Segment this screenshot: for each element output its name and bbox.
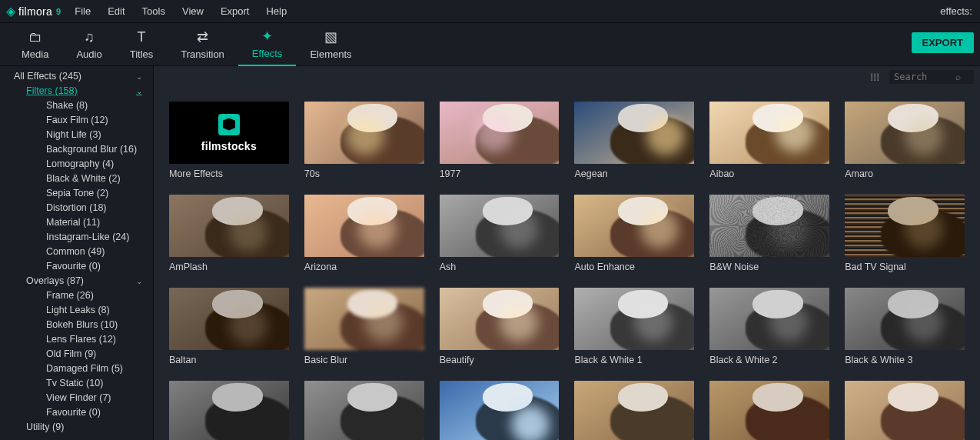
effects-grid: filmstocksMore Effects70s1977AegeanAibao…: [154, 88, 980, 440]
media-icon: 🗀: [28, 29, 42, 45]
menu-item-file[interactable]: File: [75, 5, 91, 17]
effect-card[interactable]: 1977: [440, 102, 560, 179]
sidebar-item-label: Black & White (2): [46, 172, 121, 185]
menu-item-export[interactable]: Export: [221, 5, 250, 17]
effect-card[interactable]: Aegean: [574, 102, 694, 179]
sidebar-item[interactable]: Material (11): [0, 215, 153, 230]
tab-label: Media: [22, 48, 48, 60]
sidebar-item[interactable]: Damaged Film (5): [0, 362, 153, 376]
sidebar-item[interactable]: Instagram-Like (24): [0, 230, 153, 245]
tab-label: Titles: [130, 48, 154, 60]
effect-label: Bad TV Signal: [845, 262, 965, 272]
sidebar-item[interactable]: Lens Flares (12): [0, 332, 153, 347]
sidebar-item[interactable]: Favourite (0): [0, 259, 153, 274]
sidebar-item[interactable]: Frame (26): [0, 288, 153, 303]
sidebar-item-label: Light Leaks (8): [46, 304, 110, 317]
search-input[interactable]: [894, 72, 955, 82]
effect-thumbnail: [574, 288, 694, 350]
effect-thumbnail: [845, 381, 965, 440]
effect-card[interactable]: Auto Enhance: [574, 195, 694, 272]
effect-card[interactable]: [709, 381, 829, 440]
effect-card[interactable]: [574, 381, 694, 440]
search-icon[interactable]: ⌕: [955, 72, 961, 82]
effect-card[interactable]: [304, 381, 424, 440]
titles-icon: T: [137, 29, 145, 45]
sidebar-item[interactable]: Favourite (0): [0, 405, 153, 420]
chevron-down-icon: ⌄: [136, 70, 142, 83]
sidebar-item[interactable]: Background Blur (16): [0, 142, 153, 157]
effect-card[interactable]: 70s: [304, 102, 424, 179]
sidebar-item-label: Utility (9): [26, 421, 64, 434]
menu-item-help[interactable]: Help: [266, 5, 287, 17]
tab-media[interactable]: 🗀Media: [8, 23, 62, 66]
effect-card[interactable]: B&W Noise: [709, 195, 829, 272]
sidebar-item[interactable]: Common (49): [0, 245, 153, 259]
sidebar-item[interactable]: Faux Film (12): [0, 113, 153, 128]
effect-label: Black & White 3: [845, 355, 965, 365]
tab-label: Audio: [76, 48, 101, 60]
effect-thumbnail: [304, 381, 424, 440]
sidebar-item[interactable]: Filters (158)⌄: [0, 84, 153, 98]
effect-label: Baltan: [169, 355, 289, 365]
effect-card[interactable]: Bad TV Signal: [845, 195, 965, 272]
effect-thumbnail: [304, 195, 424, 257]
sidebar-item-label: Favourite (0): [46, 260, 101, 273]
chevron-down-icon: ⌄: [136, 275, 142, 288]
elements-icon: ▧: [324, 28, 337, 45]
effect-card[interactable]: Ash: [440, 195, 560, 272]
sidebar-item[interactable]: All Effects (245)⌄: [0, 69, 153, 84]
effect-card[interactable]: Amaro: [845, 102, 965, 179]
sidebar-item[interactable]: Lomography (4): [0, 157, 153, 172]
effect-thumbnail: [709, 381, 829, 440]
sidebar-item[interactable]: Night Life (3): [0, 128, 153, 142]
effect-card[interactable]: [169, 381, 289, 440]
sidebar-item[interactable]: Bokeh Blurs (10): [0, 318, 153, 332]
tab-titles[interactable]: TTitles: [116, 23, 168, 66]
effect-card[interactable]: Black & White 3: [845, 288, 965, 365]
sidebar-item[interactable]: Black & White (2): [0, 172, 153, 186]
sidebar-item[interactable]: Shake (8): [0, 98, 153, 113]
search-box[interactable]: ⌕: [889, 70, 974, 84]
export-button[interactable]: EXPORT: [912, 32, 974, 53]
effect-label: Basic Blur: [304, 355, 424, 365]
sidebar: All Effects (245)⌄Filters (158)⌄Shake (8…: [0, 66, 154, 440]
sidebar-item[interactable]: Utility (9): [0, 420, 153, 435]
effect-card[interactable]: Black & White 1: [574, 288, 694, 365]
tab-label: Transition: [181, 48, 224, 60]
logo-version: 9: [56, 7, 61, 16]
sidebar-item-label: Frame (26): [46, 289, 94, 302]
effect-card[interactable]: filmstocksMore Effects: [169, 102, 289, 179]
sidebar-item[interactable]: Light Leaks (8): [0, 303, 153, 318]
effect-card[interactable]: AmPlash: [169, 195, 289, 272]
menu-item-tools[interactable]: Tools: [142, 5, 165, 17]
effect-thumbnail: [304, 288, 424, 350]
effect-card[interactable]: Aibao: [709, 102, 829, 179]
effect-card[interactable]: Black & White 2: [709, 288, 829, 365]
effect-label: 70s: [304, 168, 424, 179]
filmstocks-icon: [218, 114, 240, 135]
effect-label: 1977: [440, 168, 560, 179]
effect-card[interactable]: [845, 381, 965, 440]
tab-transition[interactable]: ⇄Transition: [167, 23, 238, 66]
sidebar-item[interactable]: View Finder (7): [0, 391, 153, 405]
effect-card[interactable]: Arizona: [304, 195, 424, 272]
menu-item-edit[interactable]: Edit: [108, 5, 125, 17]
effect-card[interactable]: Beautify: [440, 288, 560, 365]
effect-card[interactable]: Basic Blur: [304, 288, 424, 365]
sidebar-item-label: Night Life (3): [46, 128, 101, 142]
app-logo: ◈ filmora9: [6, 4, 61, 18]
sidebar-item[interactable]: Distortion (18): [0, 201, 153, 215]
tab-effects[interactable]: ✦Effects: [238, 23, 297, 66]
tab-audio[interactable]: ♫Audio: [62, 23, 115, 66]
effect-card[interactable]: Baltan: [169, 288, 289, 365]
sidebar-item[interactable]: Sepia Tone (2): [0, 186, 153, 201]
logo-text: filmora: [18, 5, 52, 18]
sidebar-item[interactable]: Tv Static (10): [0, 376, 153, 391]
tab-elements[interactable]: ▧Elements: [296, 23, 365, 66]
sidebar-item[interactable]: Overlays (87)⌄: [0, 274, 153, 288]
effect-card[interactable]: [440, 381, 560, 440]
menu-item-view[interactable]: View: [182, 5, 204, 17]
grid-view-icon[interactable]: ⁞⁞⁞: [868, 71, 882, 83]
sidebar-item[interactable]: Old Film (9): [0, 347, 153, 362]
effect-thumbnail: [440, 195, 560, 257]
